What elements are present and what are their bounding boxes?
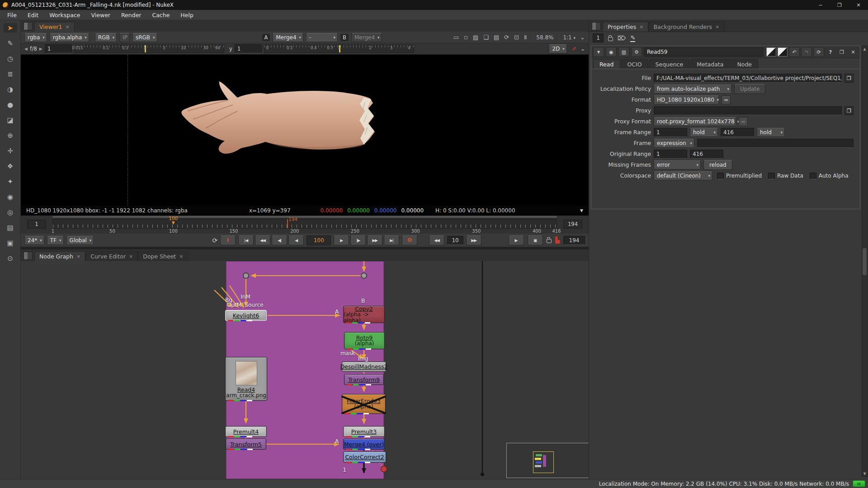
lock-panels-icon[interactable] [608,37,613,41]
checkbox-Premultiplied[interactable] [717,173,724,179]
file-browse-icon[interactable]: ❒ [844,74,854,83]
alpha-layer-dropdown[interactable]: rgba.alpha▾ [50,33,89,42]
tab-Properties[interactable]: Properties× [603,22,648,32]
roi-icon[interactable]: ⊡ [514,34,519,41]
undo-icon[interactable]: ↶ [789,47,800,57]
toolsets-icon[interactable]: ▣ [4,238,17,248]
clear-panels-icon[interactable]: ⌦ [618,35,626,42]
menu-File[interactable]: File [3,10,21,20]
color-icon[interactable]: ◑ [4,84,17,94]
frame-range-end-input[interactable]: 416 [721,128,754,137]
image-icon[interactable]: ➤ [4,23,17,33]
menu-Edit[interactable]: Edit [23,10,43,20]
keyer-icon[interactable]: ◪ [4,115,17,125]
node-roto9[interactable]: Roto9(alpha) [344,332,385,349]
frame-mode-dropdown[interactable]: expression▾ [654,139,694,148]
revert-icon[interactable]: ⟳ [813,47,824,57]
flipbook-icon[interactable]: ▶ [509,235,524,245]
ip-toggle[interactable]: IP [119,33,130,42]
menu-Cache[interactable]: Cache [147,10,174,20]
in-point-button[interactable]: I [220,235,236,245]
collapse-panel-icon[interactable]: ▼ [593,47,604,57]
close-panel-icon[interactable]: ✕ [848,47,858,56]
channel-icon[interactable]: ≣ [4,69,17,79]
tab-viewer1[interactable]: Viewer1 × [34,22,75,32]
metadata-icon[interactable]: ▤ [4,223,17,232]
particles-icon[interactable]: ✦ [4,177,17,186]
frame-marker[interactable]: 194 [287,219,288,228]
wipe-icon[interactable]: ❏ [483,34,489,41]
menu-Workspace[interactable]: Workspace [45,10,85,20]
info-expand-icon[interactable]: ▼ [580,208,583,213]
redo-icon[interactable]: ↷ [801,47,812,57]
transform-icon[interactable]: ✛ [4,146,17,155]
tab-Sequence[interactable]: Sequence [649,59,690,69]
node-transform5[interactable]: Transform5 [226,439,266,450]
channels-dropdown[interactable]: rgba▾ [24,33,47,42]
range-mode-dropdown[interactable]: Global▾ [66,236,94,245]
menu-Viewer[interactable]: Viewer [86,10,115,20]
node-despillmadness2[interactable]: DespillMadness2 [342,361,386,372]
tab-close-icon[interactable]: × [129,253,133,259]
node-color-swatch[interactable] [766,47,776,56]
display-channel-dropdown[interactable]: RGB▾ [95,33,117,42]
checkbox-Auto Alpha[interactable] [810,173,816,179]
node-name-input[interactable]: Read59 [644,47,763,56]
out-point-button[interactable]: O [402,235,417,245]
panel-grip-icon[interactable] [592,22,601,30]
tab-close-icon[interactable]: × [76,253,80,259]
node-graph-canvas[interactable]: Keylight6Copy2(alpha -> alpha)Roto9(alph… [21,261,589,479]
tab-Dope Sheet[interactable]: Dope Sheet× [138,251,188,261]
lut-dropdown[interactable]: sRGB▾ [132,33,157,42]
goto-end-button[interactable]: ▶| [384,235,399,245]
zebra-stripes-icon[interactable]: ▨ [473,34,478,41]
loop-mode-icon[interactable]: ⟳ [212,237,217,244]
render-gauge-icon[interactable]: ▙ [555,237,560,244]
properties-scrollbar[interactable]: ▲ ▼ [862,46,868,477]
view-mode-dropdown[interactable]: 2D▾ [549,44,566,53]
range-end-box[interactable]: 194 [563,220,582,229]
zoom-level[interactable]: 58.8% [536,34,553,41]
collapse-toolbar-icon[interactable]: ⌄ [580,34,585,41]
tab-Metadata[interactable]: Metadata [690,59,730,69]
play-backward-button[interactable]: ◀ [288,235,304,245]
gl-color-swatch[interactable] [778,47,788,56]
draw-icon[interactable]: ✎ [4,38,17,48]
viewer-image-area[interactable] [21,55,589,206]
checkbox-Raw Data[interactable] [768,173,775,179]
tab-Node Graph[interactable]: Node Graph× [34,251,85,261]
format-expression-button[interactable]: = [722,95,731,104]
menu-Render[interactable]: Render [117,10,146,20]
deep-icon[interactable]: ◉ [4,192,17,202]
fstop-next-icon[interactable]: ▶ [39,47,42,51]
input-b-dropdown[interactable]: Merge4▾ [351,33,382,42]
range-start-box[interactable]: 1 [27,220,46,229]
node-merge4[interactable]: Merge4 (over) [343,439,385,450]
filter-icon[interactable]: ● [4,100,17,109]
tab-close-icon[interactable]: × [65,24,69,30]
tab-Read[interactable]: Read [593,59,620,69]
3d-icon[interactable]: ❖ [4,161,17,171]
pause-icon[interactable]: Ⅱ [524,34,527,41]
timeline-scrollbar[interactable] [52,216,557,218]
tab-close-icon[interactable]: × [639,24,643,30]
fstop-prev-icon[interactable]: ◀ [24,47,28,51]
reload-button[interactable]: reload [703,160,732,170]
skip-forward-button[interactable]: ▶▶ [466,235,481,245]
goto-start-button[interactable]: |◀ [238,235,254,245]
update-sync-icon[interactable]: ⟳ [504,34,509,41]
max-panels-input[interactable]: 1 [593,33,604,42]
node-settings-icon[interactable]: ⚙ [631,47,642,57]
gamma-input[interactable]: 1 [235,44,262,53]
frame-range-start-input[interactable]: 1 [654,128,687,137]
current-frame-input[interactable]: 100 [307,235,331,245]
center-node-icon[interactable]: ◉ [606,47,617,57]
tab-close-icon[interactable]: × [715,24,719,30]
menu-Help[interactable]: Help [176,10,198,20]
timeline[interactable]: 1 194 100 ▼ 194 150100150200250300350400… [21,216,589,234]
skip-back-button[interactable]: ◀◀ [429,235,444,245]
proxy-input[interactable] [654,106,842,115]
step-forward-button[interactable]: |▶ [350,235,366,245]
node-copy2[interactable]: Copy2(alpha -> alpha) [343,306,385,323]
fullscreen-icon[interactable]: ▣ [528,235,543,245]
